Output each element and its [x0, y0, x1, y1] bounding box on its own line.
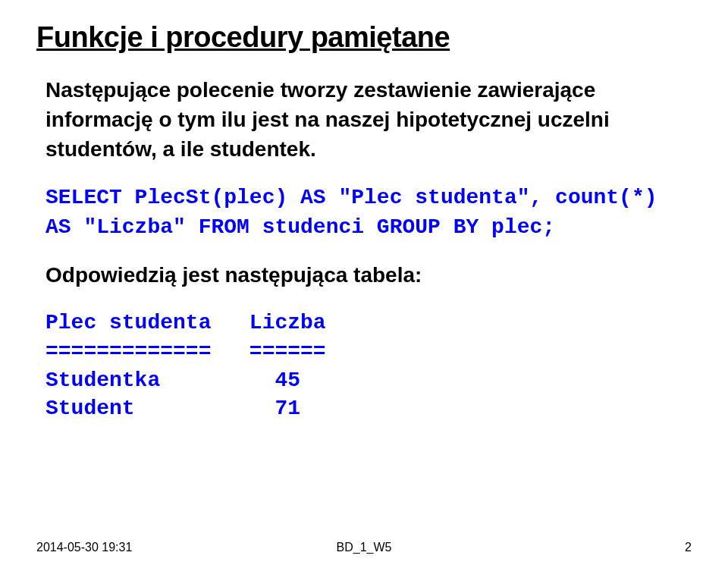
table-row: Studentka 45	[46, 369, 300, 392]
table-separator: ============= ======	[46, 340, 326, 363]
footer-doc-id: BD_1_W5	[337, 541, 392, 554]
page-title: Funkcje i procedury pamiętane	[36, 21, 692, 54]
table-row: Student 71	[46, 397, 300, 420]
response-label: Odpowiedzią jest następująca tabela:	[46, 263, 692, 287]
intro-paragraph: Następujące polecenie tworzy zestawienie…	[46, 75, 692, 165]
footer-date: 2014-05-30 19:31	[36, 541, 132, 554]
page-footer: 2014-05-30 19:31 BD_1_W5 2	[36, 541, 692, 554]
result-table: Plec studenta Liczba ============= =====…	[46, 309, 692, 423]
table-header: Plec studenta Liczba	[46, 311, 326, 334]
sql-code-block: SELECT PlecSt(plec) AS "Plec studenta", …	[46, 183, 692, 242]
footer-page-number: 2	[685, 541, 692, 554]
